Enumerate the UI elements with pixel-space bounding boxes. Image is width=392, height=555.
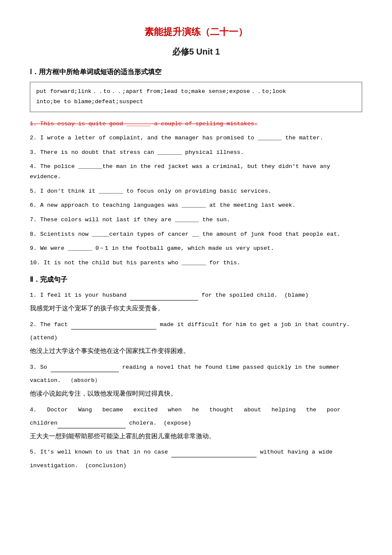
q-ii-1-after: for the spoiled child. (blame) bbox=[198, 292, 308, 298]
word-box-line1: put forward;link．．to．．;apart from;lead t… bbox=[36, 88, 286, 95]
q-ii-4-blank bbox=[58, 422, 126, 428]
q-ii-2-before: 2. The fact bbox=[30, 321, 71, 328]
main-title: 素能提升演练（二十一） bbox=[30, 26, 362, 38]
q-ii-4-before: 4. Doctor Wang became excited when he th… bbox=[30, 407, 340, 413]
question-ii-4: 4. Doctor Wang became excited when he th… bbox=[30, 404, 362, 415]
question-ii-2: 2. The fact made it difficult for him to… bbox=[30, 319, 362, 330]
q-ii-3-after: reading a novel that he found time passe… bbox=[119, 364, 340, 370]
question-ii-1: 1. I feel it is your husband for the spo… bbox=[30, 289, 362, 301]
q-ii-3-blank bbox=[51, 365, 119, 372]
section-ii-questions: 1. I feel it is your husband for the spo… bbox=[30, 289, 362, 471]
q-ii-5-after: without having a wide bbox=[257, 449, 332, 455]
word-box: put forward;link．．to．．;apart from;lead t… bbox=[30, 82, 362, 112]
question-8: 8. Scientists now _____certain types of … bbox=[30, 229, 362, 240]
question-ii-5-cont: investigation. (conclusion) bbox=[30, 460, 362, 471]
section-ii-title: Ⅱ．完成句子 bbox=[30, 275, 362, 284]
question-7: 7. These colors will not last if they ar… bbox=[30, 215, 362, 225]
question-ii-5: 5. It's well known to us that in no case… bbox=[30, 446, 362, 457]
question-ii-3: 3. So reading a novel that he found time… bbox=[30, 361, 362, 373]
question-ii-3-cont: vacation. （absorb） bbox=[30, 375, 362, 386]
question-3: 3. There is no doubt that stress can ___… bbox=[30, 147, 362, 158]
q-ii-3-cn: 他读小说如此专注，以致他发现暑假时间过得真快。 bbox=[30, 388, 362, 399]
question-ii-4-cont: children cholera. (expose) bbox=[30, 417, 362, 428]
question-4: 4. The police _______the man in the red … bbox=[30, 162, 362, 182]
question-10: 10. It is not the child but his parents … bbox=[30, 258, 362, 268]
q-ii-4-cn: 王大夫一想到能帮助那些可能染上霍乱的贫困儿童他就非常激动。 bbox=[30, 431, 362, 442]
q-ii-2-after: made it difficult for him to get a job i… bbox=[156, 321, 350, 328]
question-9: 9. We were _______ 0－1 in the football g… bbox=[30, 243, 362, 254]
q-ii-2-blank bbox=[71, 323, 156, 330]
sub-title: 必修5 Unit 1 bbox=[30, 46, 362, 58]
section-i-title: Ⅰ．用方框中所给单词或短语的适当形式填空 bbox=[30, 68, 362, 77]
question-5: 5. I don't think it _______ to focus onl… bbox=[30, 186, 362, 197]
question-2: 2. I wrote a letter of complaint, and th… bbox=[30, 133, 362, 143]
question-6: 6. A new approach to teaching languages … bbox=[30, 200, 362, 211]
q-ii-2-cn: 他没上过大学这个事实使他在这个国家找工作变得困难。 bbox=[30, 346, 362, 356]
section-i-questions: 1. This essay is quite good _______ a co… bbox=[30, 119, 362, 268]
word-box-line2: into;be to blame;defeat;suspect bbox=[36, 98, 143, 105]
q-ii-1-blank bbox=[130, 294, 198, 301]
q-ii-5-before: 5. It's well known to us that in no case bbox=[30, 449, 171, 455]
q-ii-1-before: 1. I feel it is your husband bbox=[30, 292, 130, 298]
question-ii-2-hint: (attend) bbox=[30, 332, 362, 343]
q-ii-3-before: 3. So bbox=[30, 364, 51, 370]
question-1: 1. This essay is quite good _______ a co… bbox=[30, 119, 362, 129]
q-ii-5-blank bbox=[171, 451, 257, 457]
q-ii-1-cn: 我感觉对于这个宠坏了的孩子你丈夫应受责备。 bbox=[30, 303, 362, 314]
